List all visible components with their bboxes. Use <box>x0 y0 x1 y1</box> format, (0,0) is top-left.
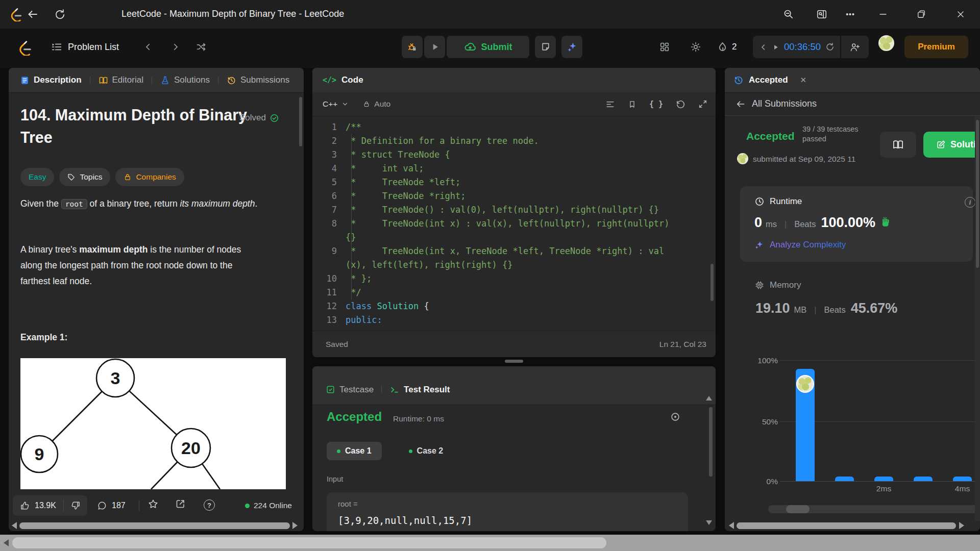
tab-description[interactable]: Description <box>20 75 82 85</box>
help-button[interactable]: ? <box>204 499 215 511</box>
minimize-button[interactable] <box>874 6 892 23</box>
prev-problem-button[interactable] <box>139 36 157 58</box>
timer-play-icon[interactable] <box>772 43 779 51</box>
case-dot-icon <box>337 449 340 453</box>
undo-icon[interactable] <box>676 99 685 109</box>
topics-button[interactable]: Topics <box>59 168 110 186</box>
thumbs-up-icon <box>20 500 30 511</box>
submission-horizontal-scrollbar[interactable] <box>725 520 980 531</box>
all-submissions-link[interactable]: All Submissions <box>725 92 980 116</box>
zoom-search-button[interactable] <box>780 6 797 23</box>
tab-solutions[interactable]: Solutions <box>160 75 210 85</box>
case-dot-icon <box>409 449 412 453</box>
scroll-left-arrow-icon[interactable] <box>4 539 9 546</box>
description-vertical-scrollbar[interactable] <box>299 97 302 146</box>
scroll-down-arrow-icon[interactable] <box>706 520 712 525</box>
favorite-button[interactable] <box>148 498 159 510</box>
scroll-thumb[interactable] <box>786 505 810 513</box>
notes-button[interactable] <box>535 36 556 58</box>
tab-label: Test Result <box>404 385 450 395</box>
chevron-right-icon <box>171 42 180 52</box>
random-problem-button[interactable] <box>192 36 210 58</box>
cursor-position[interactable]: Ln 21, Col 23 <box>659 340 706 349</box>
language-selector[interactable]: C++ <box>323 99 349 109</box>
expand-icon[interactable] <box>698 99 707 109</box>
ai-assistant-button[interactable] <box>561 36 582 58</box>
code-editor[interactable]: 1/**2 * Definition for a binary tree nod… <box>312 116 709 331</box>
companies-button[interactable]: Companies <box>115 168 184 186</box>
back-button[interactable] <box>24 6 41 23</box>
runtime-distribution-chart[interactable]: 100% 50% 0% 2ms4ms <box>755 354 980 496</box>
runtime-card[interactable]: Runtime i 0 ms | Beats 100.00% Analyze C… <box>740 186 973 262</box>
share-button[interactable] <box>175 498 186 509</box>
bookmark-icon[interactable] <box>628 100 636 109</box>
settings-button[interactable] <box>687 36 705 58</box>
scroll-left-arrow-icon[interactable] <box>729 522 734 529</box>
window-horizontal-scrollbar[interactable] <box>0 535 980 551</box>
scroll-left-arrow-icon[interactable] <box>12 522 17 529</box>
restore-button[interactable] <box>913 6 930 23</box>
debug-button[interactable] <box>402 36 423 58</box>
layout-button[interactable] <box>655 36 674 58</box>
scroll-up-arrow-icon[interactable] <box>706 396 712 400</box>
scroll-right-arrow-icon[interactable] <box>959 522 964 529</box>
tab-test-result[interactable]: Test Result <box>389 385 450 395</box>
close-tab-icon[interactable]: ✕ <box>800 76 807 85</box>
close-button[interactable] <box>952 6 969 23</box>
scroll-right-arrow-icon[interactable] <box>292 522 298 529</box>
input-value[interactable]: [3,9,20,null,null,15,7] <box>338 515 472 526</box>
solution-button[interactable]: Solution <box>923 132 980 158</box>
submission-tab-label[interactable]: Accepted <box>749 75 788 85</box>
tab-testcase[interactable]: Testcase <box>326 385 374 395</box>
chart-bar[interactable] <box>953 477 972 481</box>
tab-editorial[interactable]: Editorial <box>99 75 143 85</box>
scroll-thumb[interactable] <box>19 522 290 529</box>
tab-submissions[interactable]: Submissions <box>227 75 289 85</box>
scroll-thumb[interactable] <box>976 120 979 268</box>
run-button[interactable] <box>424 36 445 58</box>
chart-bar[interactable] <box>914 477 933 481</box>
case-1-tab[interactable]: Case 1 <box>327 442 382 460</box>
premium-button[interactable]: Premium <box>904 36 968 58</box>
scroll-thumb[interactable] <box>737 522 956 529</box>
reload-button[interactable] <box>51 6 68 23</box>
input-box[interactable]: root = [3,9,20,null,null,15,7] <box>327 492 688 531</box>
dislike-button[interactable] <box>64 495 87 516</box>
user-avatar[interactable] <box>878 35 894 51</box>
info-icon[interactable]: i <box>965 197 975 208</box>
problem-list-icon <box>51 41 62 53</box>
submission-vertical-scrollbar[interactable] <box>975 116 980 521</box>
problem-list-button[interactable]: Problem List <box>51 36 119 58</box>
chart-bar[interactable] <box>874 477 893 481</box>
timer-reset-icon[interactable] <box>825 42 835 52</box>
comments-button[interactable]: 187 <box>97 495 126 516</box>
braces-icon[interactable]: { } <box>649 99 663 109</box>
analyze-complexity-link[interactable]: Analyze Complexity <box>754 240 846 250</box>
panel-resize-handle[interactable] <box>505 360 523 363</box>
browser-menu-button[interactable]: ••• <box>842 6 859 23</box>
like-button[interactable]: 13.9K <box>13 495 63 516</box>
chart-bar[interactable] <box>835 477 854 481</box>
editor-vertical-scrollbar[interactable] <box>710 264 714 301</box>
runtime-unit: ms <box>766 219 777 229</box>
reload-icon <box>54 9 66 20</box>
sidebar-search-button[interactable] <box>813 6 830 23</box>
watch-result-button[interactable] <box>670 411 681 422</box>
invite-button[interactable] <box>840 36 868 58</box>
editorial-button[interactable] <box>880 132 916 158</box>
submit-button[interactable]: Submit <box>447 36 529 58</box>
case-2-tab[interactable]: Case 2 <box>399 442 454 460</box>
leetcode-logo[interactable] <box>17 40 33 56</box>
scroll-thumb[interactable] <box>12 537 606 548</box>
timer-collapse-icon[interactable] <box>760 43 767 51</box>
description-horizontal-scrollbar[interactable] <box>9 520 304 531</box>
test-vertical-scrollbar[interactable] <box>709 407 713 477</box>
tab-label: Solutions <box>174 75 210 85</box>
next-problem-button[interactable] <box>166 36 185 58</box>
memory-section[interactable]: Memory <box>754 280 801 290</box>
chart-scrollbar[interactable] <box>768 505 980 513</box>
auto-mode-toggle[interactable]: Auto <box>363 99 390 109</box>
format-code-icon[interactable] <box>605 99 615 109</box>
streak-button[interactable]: 2 <box>717 36 737 58</box>
difficulty-badge[interactable]: Easy <box>20 168 54 186</box>
